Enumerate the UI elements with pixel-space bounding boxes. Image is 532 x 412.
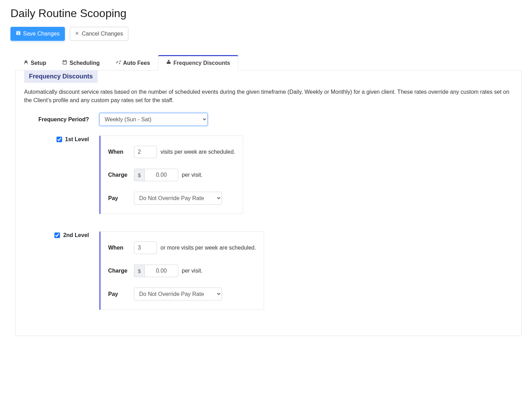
- level-1-visits-suffix: visits per week are scheduled.: [160, 149, 235, 155]
- frequency-period-select[interactable]: Weekly (Sun - Sat): [99, 113, 208, 126]
- tab-label: Frequency Discounts: [173, 60, 230, 66]
- level-2-card: When or more visits per week are schedul…: [99, 231, 264, 310]
- charge-label: Charge: [108, 172, 134, 178]
- pay-label: Pay: [108, 291, 134, 297]
- save-button-label: Save Changes: [23, 30, 60, 38]
- tab-scheduling[interactable]: Scheduling: [54, 55, 107, 70]
- road-icon: [23, 60, 29, 66]
- level-1-row: 1st Level When visits per week are sched…: [24, 136, 513, 214]
- level-1-checkbox[interactable]: [57, 137, 62, 142]
- save-icon: [16, 30, 21, 38]
- when-label: When: [108, 149, 134, 155]
- level-2-pay-select[interactable]: Do Not Override Pay Rate: [134, 288, 222, 300]
- panel-description: Automatically discount service rates bas…: [24, 88, 513, 105]
- close-icon: [75, 30, 80, 38]
- page-title: Daily Routine Scooping: [10, 7, 522, 20]
- calendar-icon: [62, 60, 67, 66]
- tab-setup[interactable]: Setup: [15, 55, 54, 70]
- level-2-charge-input[interactable]: [144, 265, 178, 277]
- level-1-card: When visits per week are scheduled. Char…: [99, 136, 243, 214]
- level-2-title: 2nd Level: [63, 232, 89, 238]
- save-button[interactable]: Save Changes: [10, 27, 65, 41]
- tab-frequency-discounts[interactable]: Frequency Discounts: [158, 55, 238, 70]
- level-2-row: 2nd Level When or more visits per week a…: [24, 231, 513, 310]
- cancel-button-label: Cancel Changes: [82, 30, 123, 38]
- tab-label: Scheduling: [69, 60, 99, 66]
- panel-legend: Frequency Discounts: [24, 70, 98, 83]
- wand-icon: [116, 60, 121, 66]
- per-visit-label: per visit.: [182, 268, 203, 274]
- frequency-period-row: Frequency Period? Weekly (Sun - Sat): [24, 113, 513, 126]
- level-1-charge-input[interactable]: [144, 169, 178, 181]
- level-2-checkbox[interactable]: [54, 232, 60, 238]
- level-1-visits-input[interactable]: [134, 146, 157, 158]
- pay-label: Pay: [108, 195, 134, 201]
- level-1-title: 1st Level: [65, 136, 89, 143]
- tabs: Setup Scheduling Auto Fees Frequency Dis…: [15, 55, 522, 70]
- frequency-discounts-panel: Frequency Discounts Automatically discou…: [15, 70, 522, 336]
- tab-label: Setup: [31, 60, 46, 66]
- tab-autofees[interactable]: Auto Fees: [108, 55, 158, 70]
- per-visit-label: per visit.: [182, 172, 203, 178]
- tab-label: Auto Fees: [123, 60, 150, 66]
- charge-label: Charge: [108, 268, 134, 274]
- frequency-period-label: Frequency Period?: [24, 116, 99, 123]
- currency-addon: $: [134, 169, 144, 181]
- action-bar: Save Changes Cancel Changes: [10, 27, 522, 41]
- when-label: When: [108, 245, 134, 251]
- cancel-button[interactable]: Cancel Changes: [70, 27, 128, 41]
- level-2-visits-suffix: or more visits per week are scheduled.: [160, 245, 256, 251]
- level-2-visits-input[interactable]: [134, 242, 157, 254]
- level-1-pay-select[interactable]: Do Not Override Pay Rate: [134, 192, 222, 205]
- currency-addon: $: [134, 265, 144, 277]
- sitemap-icon: [166, 60, 171, 66]
